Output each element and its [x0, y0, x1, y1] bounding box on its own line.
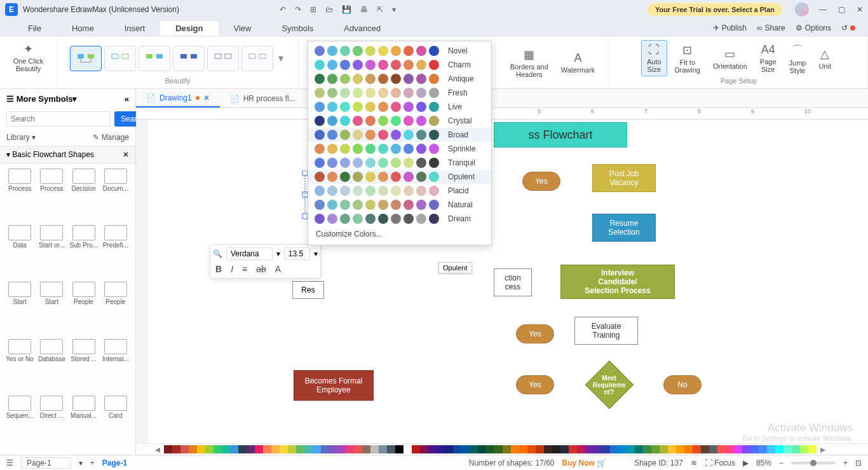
color-swatch[interactable]: [391, 172, 401, 182]
color-swatch[interactable]: [315, 102, 325, 112]
color-swatch[interactable]: [327, 60, 337, 70]
color-swatch[interactable]: [416, 186, 426, 196]
color-swatch[interactable]: [429, 144, 439, 154]
shape-item[interactable]: Predefi...: [101, 225, 130, 279]
palette-color[interactable]: [222, 445, 230, 453]
add-page-button[interactable]: +: [90, 459, 95, 467]
palette-color[interactable]: [577, 445, 585, 453]
color-row-broad[interactable]: Broad: [308, 128, 491, 142]
color-swatch[interactable]: [353, 102, 363, 112]
palette-color[interactable]: [346, 445, 354, 453]
color-swatch[interactable]: [416, 60, 426, 70]
palette-color[interactable]: [750, 445, 759, 453]
color-swatch[interactable]: [327, 172, 337, 182]
node-yes-2[interactable]: Yes: [516, 324, 554, 343]
share-button[interactable]: ∞ Share: [757, 24, 785, 32]
shape-item[interactable]: Docum...: [101, 169, 130, 223]
color-swatch[interactable]: [353, 116, 363, 126]
node-yes-3[interactable]: Yes: [516, 375, 554, 394]
node-resume-selection[interactable]: Resume Selection: [592, 214, 656, 242]
color-swatch[interactable]: [340, 158, 350, 168]
color-row-crystal[interactable]: Crystal: [308, 114, 491, 128]
color-swatch[interactable]: [340, 144, 350, 154]
color-swatch[interactable]: [340, 74, 350, 84]
color-swatch[interactable]: [365, 214, 376, 224]
color-swatch[interactable]: [315, 214, 325, 224]
shape-item[interactable]: Data: [5, 225, 34, 279]
color-swatch[interactable]: [327, 74, 337, 84]
buy-now-button[interactable]: Buy Now 🛒: [562, 459, 606, 467]
palette-color[interactable]: [445, 445, 453, 453]
minimize-icon[interactable]: —: [819, 5, 827, 14]
color-swatch[interactable]: [340, 60, 350, 70]
focus-button[interactable]: ⛶ Focus: [705, 459, 735, 467]
color-swatch[interactable]: [429, 102, 439, 112]
color-swatch[interactable]: [315, 158, 325, 168]
color-swatch[interactable]: [416, 102, 426, 112]
palette-color[interactable]: [660, 445, 668, 453]
node-interview[interactable]: Interview Candidate/ Selection Process: [560, 265, 675, 299]
palette-color[interactable]: [370, 445, 379, 453]
color-swatch[interactable]: [378, 144, 388, 154]
palette-color[interactable]: [800, 445, 808, 453]
tab-hr-process[interactable]: 📄 HR process fl...: [220, 90, 306, 107]
color-swatch[interactable]: [429, 88, 439, 98]
palette-color[interactable]: [602, 445, 610, 453]
shape-item[interactable]: Card: [101, 396, 130, 450]
print-icon[interactable]: 🖶: [360, 5, 368, 14]
palette-color[interactable]: [321, 445, 329, 453]
color-swatch[interactable]: [391, 116, 401, 126]
color-row-antique[interactable]: Antique: [308, 72, 491, 86]
node-post-vacancy[interactable]: Post Job Vacancy: [592, 164, 656, 192]
menu-home[interactable]: Home: [57, 21, 109, 36]
color-swatch[interactable]: [378, 60, 388, 70]
palette-color[interactable]: [230, 445, 238, 453]
palette-color[interactable]: [569, 445, 577, 453]
palette-color[interactable]: [304, 445, 313, 453]
color-swatch[interactable]: [365, 130, 376, 140]
color-swatch[interactable]: [315, 88, 325, 98]
color-swatch[interactable]: [315, 172, 325, 182]
font-size-select[interactable]: 13.5: [284, 247, 310, 260]
color-swatch[interactable]: [315, 46, 325, 56]
palette-color[interactable]: [247, 445, 255, 453]
palette-color[interactable]: [610, 445, 618, 453]
color-swatch[interactable]: [365, 200, 376, 210]
shape-item[interactable]: People: [101, 282, 130, 336]
color-swatch[interactable]: [403, 172, 414, 182]
publish-button[interactable]: ✈ Publish: [713, 24, 747, 32]
palette-color[interactable]: [792, 445, 800, 453]
color-swatch[interactable]: [391, 46, 401, 56]
color-swatch[interactable]: [327, 214, 337, 224]
palette-color[interactable]: [428, 445, 437, 453]
color-swatch[interactable]: [403, 186, 414, 196]
node-title[interactable]: ss Flowchart: [494, 122, 627, 148]
color-swatch[interactable]: [403, 116, 414, 126]
color-row-novel[interactable]: Novel: [308, 44, 491, 58]
shape-item[interactable]: Database: [37, 339, 66, 393]
font-name-select[interactable]: Verdana: [226, 247, 273, 260]
color-row-dream[interactable]: Dream: [308, 212, 491, 226]
palette-color[interactable]: [420, 445, 428, 453]
theme-swatch-5[interactable]: [207, 46, 239, 71]
node-induction[interactable]: ction cess: [494, 268, 532, 296]
palette-prev-icon[interactable]: ◂: [155, 443, 160, 455]
color-swatch[interactable]: [327, 46, 337, 56]
color-swatch[interactable]: [315, 74, 325, 84]
shape-item[interactable]: Stored ...: [69, 339, 98, 393]
palette-color[interactable]: [544, 445, 552, 453]
theme-swatch-1[interactable]: [70, 46, 102, 71]
color-swatch[interactable]: [378, 200, 388, 210]
color-swatch[interactable]: [416, 200, 426, 210]
color-swatch[interactable]: [353, 200, 363, 210]
presentation-icon[interactable]: ▶: [743, 459, 749, 467]
color-swatch[interactable]: [327, 116, 337, 126]
color-row-tranquil[interactable]: Tranquil: [308, 156, 491, 170]
color-swatch[interactable]: [353, 214, 363, 224]
color-row-fresh[interactable]: Fresh: [308, 86, 491, 100]
shape-item[interactable]: Process: [37, 169, 66, 223]
undo-icon[interactable]: ↶: [280, 5, 286, 14]
borders-headers-button[interactable]: ▦Borders and Headers: [505, 45, 553, 81]
palette-color[interactable]: [189, 445, 197, 453]
node-becomes-employee[interactable]: Becomes Formal Employee: [294, 370, 374, 401]
